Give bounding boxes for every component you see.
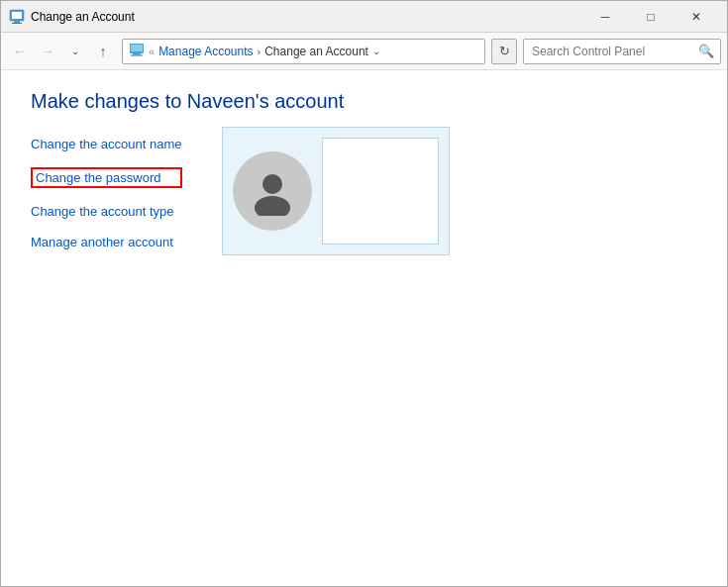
svg-rect-5 [131, 45, 143, 51]
breadcrumb-separator1: « [149, 46, 155, 57]
back-button[interactable]: ← [7, 39, 33, 64]
refresh-button[interactable]: ↻ [491, 39, 517, 64]
address-chevron-icon[interactable]: ⌄ [372, 46, 380, 56]
manage-another-link[interactable]: Manage another account [31, 235, 182, 249]
change-type-link[interactable]: Change the account type [31, 204, 182, 219]
account-section: Change the account nameChange the passwo… [31, 137, 697, 255]
up-button[interactable]: ↑ [90, 39, 116, 64]
window-title: Change an Account [31, 10, 582, 24]
change-name-link[interactable]: Change the account name [31, 137, 182, 151]
search-box[interactable]: 🔍 [523, 39, 721, 64]
search-icon[interactable]: 🔍 [696, 42, 716, 61]
svg-point-9 [255, 196, 290, 216]
toolbar: ← → ⌄ ↑ « Manage Accounts › Change an Ac… [1, 33, 727, 70]
maximize-button[interactable]: □ [628, 1, 674, 33]
svg-rect-7 [131, 55, 143, 56]
forward-button[interactable]: → [35, 39, 60, 64]
main-content: Make changes to Naveen's account Change … [1, 70, 727, 275]
breadcrumb-part1[interactable]: Manage Accounts [158, 45, 253, 58]
svg-rect-2 [14, 21, 20, 23]
address-bar-icon [129, 42, 145, 60]
avatar-image-placeholder [322, 138, 439, 245]
avatar [233, 151, 312, 231]
app-icon [9, 9, 25, 25]
window-controls: ─ □ ✕ [582, 1, 719, 33]
avatar-container [222, 127, 450, 255]
address-bar[interactable]: « Manage Accounts › Change an Account ⌄ [122, 39, 485, 64]
page-title: Make changes to Naveen's account [31, 90, 697, 113]
svg-rect-3 [12, 23, 22, 24]
minimize-button[interactable]: ─ [582, 1, 628, 33]
breadcrumb-separator2: › [258, 46, 261, 57]
nav-dropdown-button[interactable]: ⌄ [62, 39, 88, 64]
breadcrumb-part2: Change an Account [264, 45, 368, 58]
links-section: Change the account nameChange the passwo… [31, 137, 182, 249]
svg-rect-6 [133, 53, 141, 55]
svg-point-8 [262, 174, 282, 194]
change-password-link[interactable]: Change the password [31, 167, 182, 188]
title-bar: Change an Account ─ □ ✕ [1, 1, 727, 33]
close-button[interactable]: ✕ [674, 1, 719, 33]
search-input[interactable] [532, 45, 696, 58]
svg-rect-1 [12, 12, 22, 19]
